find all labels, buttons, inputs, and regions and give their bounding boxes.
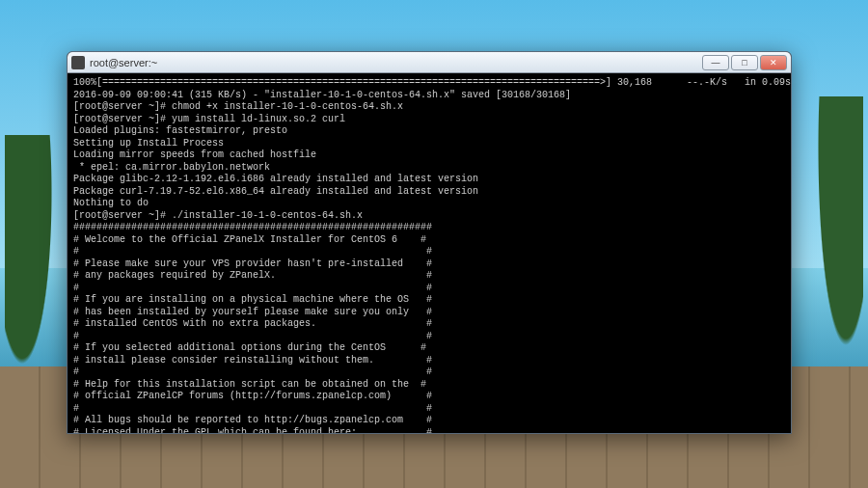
terminal-line: # Welcome to the Official ZPanelX Instal… (73, 234, 785, 247)
terminal-line: # # (73, 331, 785, 343)
terminal-line: # # (73, 366, 785, 379)
terminal-line: # Help for this installation script can … (73, 379, 785, 392)
background-palm-left (5, 135, 63, 424)
terminal-output[interactable]: 100%[===================================… (68, 73, 791, 433)
close-button[interactable]: ✕ (760, 55, 787, 70)
terminal-line: # # (73, 403, 785, 416)
terminal-line: # Please make sure your VPS provider has… (73, 258, 785, 271)
terminal-line: [root@server ~]# chmod +x installer-10-1… (73, 101, 785, 114)
terminal-line: [root@server ~]# yum install ld-linux.so… (73, 114, 785, 126)
terminal-line: Nothing to do (73, 198, 785, 210)
maximize-button[interactable]: □ (731, 55, 758, 70)
terminal-line: Setting up Install Process (73, 138, 785, 150)
terminal-line: Package curl-7.19.7-52.el6.x86_64 alread… (73, 186, 785, 199)
terminal-line: # install please consider reinstalling w… (73, 355, 785, 367)
terminal-line: 2016-09-09 09:00:41 (315 KB/s) - "instal… (73, 90, 785, 102)
minimize-button[interactable]: — (702, 55, 729, 70)
terminal-line: ########################################… (73, 222, 785, 234)
terminal-line: # has been installed by yourself please … (73, 307, 785, 319)
terminal-line: # any packages required by ZPanelX. # (73, 270, 785, 283)
title-bar[interactable]: root@server:~ — □ ✕ (68, 52, 791, 73)
terminal-line: # # (73, 246, 785, 258)
terminal-line: # If you are installing on a physical ma… (73, 294, 785, 307)
terminal-line: # official ZPanelCP forums (http://forum… (73, 391, 785, 403)
terminal-line: * epel: ca.mirror.babylon.network (73, 162, 785, 175)
terminal-line: Package glibc-2.12-1.192.el6.i686 alread… (73, 174, 785, 186)
terminal-line: Loaded plugins: fastestmirror, presto (73, 125, 785, 138)
background-palm-right (805, 96, 863, 434)
terminal-line: # installed CentOS with no extra package… (73, 318, 785, 331)
terminal-line: 100%[===================================… (73, 77, 785, 90)
terminal-line: [root@server ~]# ./installer-10-1-0-cent… (73, 210, 785, 223)
putty-icon (71, 56, 85, 69)
terminal-line: # Licensed Under the GPL which can be fo… (73, 427, 785, 434)
terminal-window: root@server:~ — □ ✕ 100%[===============… (67, 51, 792, 434)
terminal-line: # All bugs should be reported to http://… (73, 415, 785, 427)
terminal-line: # If you selected additional options dur… (73, 342, 785, 355)
window-controls: — □ ✕ (702, 55, 787, 70)
window-title: root@server:~ (90, 57, 702, 68)
terminal-line: # # (73, 283, 785, 295)
terminal-line: Loading mirror speeds from cached hostfi… (73, 149, 785, 162)
